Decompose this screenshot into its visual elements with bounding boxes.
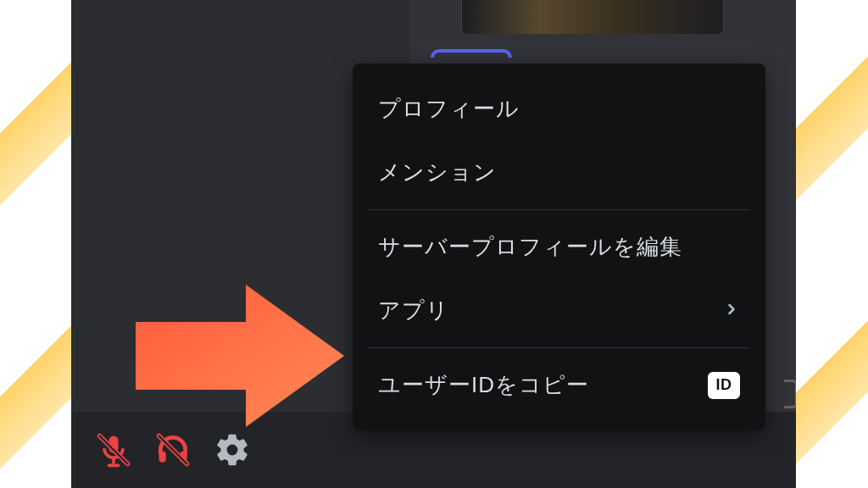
mute-mic-button[interactable] [93,430,134,470]
headphones-muted-icon [154,431,192,469]
menu-separator [368,347,750,348]
svg-rect-0 [112,459,115,464]
chevron-right-icon [723,297,740,324]
menu-item-apps[interactable]: アプリ [353,279,765,342]
svg-rect-4 [159,452,166,463]
partial-ui-edge [784,380,796,408]
id-badge-icon: ID [708,372,740,399]
menu-item-label: アプリ [378,296,449,325]
menu-item-label: ユーザーIDをコピー [378,370,589,400]
deafen-button[interactable] [153,430,193,470]
reply-indicator [431,49,512,58]
menu-item-edit-server-profile[interactable]: サーバープロフィールを編集 [353,215,765,279]
menu-separator [368,209,750,210]
menu-item-label: サーバープロフィールを編集 [378,232,682,262]
discord-app-frame: プロフィール メンション サーバープロフィールを編集 アプリ ユーザーIDをコピ… [71,0,796,488]
user-context-menu: プロフィール メンション サーバープロフィールを編集 アプリ ユーザーIDをコピ… [353,64,765,430]
svg-rect-1 [108,464,120,468]
microphone-muted-icon [95,431,132,469]
menu-item-mention[interactable]: メンション [353,141,765,204]
gear-icon [214,431,251,469]
user-settings-button[interactable] [212,430,253,470]
menu-item-copy-user-id[interactable]: ユーザーIDをコピー ID [353,353,765,417]
menu-item-profile[interactable]: プロフィール [353,77,765,141]
message-attachment-thumbnail[interactable] [461,0,724,34]
menu-item-label: プロフィール [378,94,520,124]
menu-item-label: メンション [378,158,497,187]
